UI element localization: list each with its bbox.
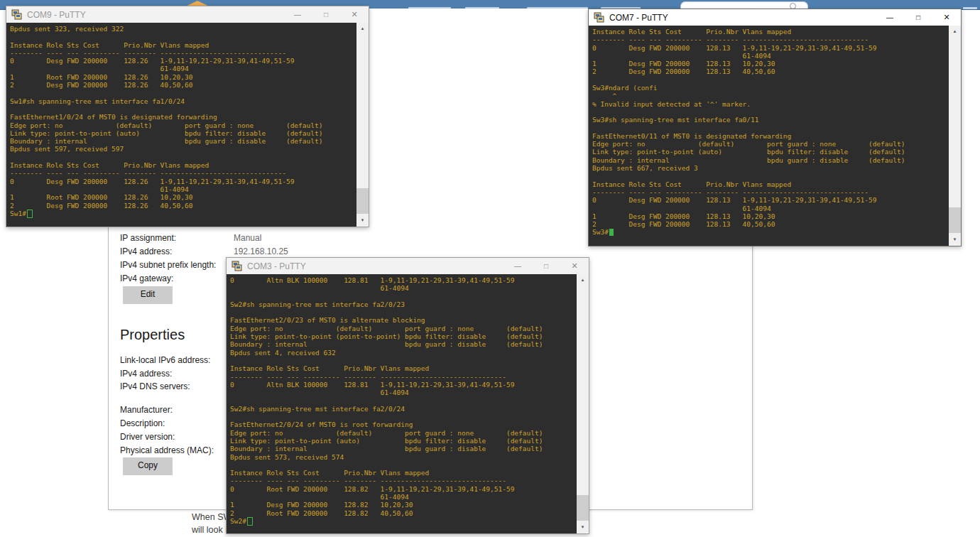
- scrollbar-thumb[interactable]: [356, 188, 369, 214]
- setting-row: Physical address (MAC): E: [120, 445, 214, 455]
- scrollbar-thumb[interactable]: [949, 207, 961, 233]
- close-button[interactable]: ✕: [932, 9, 961, 26]
- putty-window-com7: COM7 - PuTTY — □ ✕ Instance Role Sts Cos…: [588, 9, 962, 246]
- setting-row: IPv4 address: 1: [120, 369, 172, 379]
- terminal-com7[interactable]: Instance Role Sts Cost Prio.Nbr Vlans ma…: [589, 26, 961, 246]
- putty-window-com9: COM9 - PuTTY — □ ✕ Bpdus sent 323, recei…: [6, 6, 369, 227]
- titlebar[interactable]: COM3 - PuTTY — □ ✕: [227, 258, 589, 274]
- putty-icon[interactable]: [11, 9, 22, 20]
- scrollbar[interactable]: ▲ ▼: [577, 274, 589, 533]
- setting-label: IP assignment:: [120, 233, 176, 243]
- scrollbar[interactable]: ▲ ▼: [356, 23, 369, 227]
- minimize-button[interactable]: —: [283, 6, 312, 23]
- terminal-cursor: [27, 210, 33, 218]
- terminal-com9[interactable]: Bpdus sent 323, received 322 Instance Ro…: [6, 23, 369, 227]
- setting-label: Link-local IPv6 address:: [120, 355, 210, 365]
- setting-label: IPv4 gateway:: [120, 273, 173, 283]
- scrollbar-thumb[interactable]: [577, 495, 589, 521]
- scroll-up-icon[interactable]: ▲: [356, 23, 369, 35]
- setting-row: Description: R: [120, 418, 165, 428]
- setting-value: 192.168.10.25: [234, 246, 288, 256]
- close-button[interactable]: ✕: [560, 258, 589, 274]
- setting-label: Description:: [120, 418, 165, 428]
- maximize-button[interactable]: □: [532, 258, 560, 274]
- setting-label: IPv4 address:: [120, 246, 172, 256]
- terminal-output: 0 Altn BLK 100000 128.81 1-9,11-19,21-29…: [230, 276, 576, 517]
- titlebar[interactable]: COM9 - PuTTY — □ ✕: [6, 6, 369, 23]
- setting-row: IPv4 subnet prefix length: 2: [120, 260, 216, 270]
- setting-label: IPv4 address:: [120, 369, 172, 379]
- minimize-button[interactable]: —: [503, 258, 532, 274]
- setting-row: Manufacturer: R: [120, 405, 173, 415]
- properties-heading: Properties: [120, 327, 185, 343]
- terminal-com3[interactable]: 0 Altn BLK 100000 128.81 1-9,11-19,21-29…: [227, 274, 589, 533]
- setting-row: Link-local IPv6 address: f: [120, 355, 210, 365]
- scroll-up-icon[interactable]: ▲: [949, 26, 961, 38]
- setting-row: IPv4 gateway: 1: [120, 273, 173, 283]
- putty-icon[interactable]: [594, 12, 604, 23]
- setting-label: IPv4 subnet prefix length:: [120, 260, 216, 270]
- putty-window-com3: COM3 - PuTTY — □ ✕ 0 Altn BLK 100000 128…: [226, 257, 589, 534]
- scroll-up-icon[interactable]: ▲: [577, 274, 589, 286]
- scroll-down-icon[interactable]: ▼: [949, 234, 961, 246]
- scroll-down-icon[interactable]: ▼: [577, 521, 589, 533]
- terminal-output: Instance Role Sts Cost Prio.Nbr Vlans ma…: [592, 28, 948, 228]
- terminal-prompt: Sw1#: [10, 210, 26, 217]
- setting-label: IPv4 DNS servers:: [120, 381, 190, 391]
- terminal-output: Bpdus sent 323, received 322 Instance Ro…: [10, 25, 356, 210]
- edit-button[interactable]: Edit: [123, 286, 173, 304]
- minimize-button[interactable]: —: [876, 9, 904, 26]
- scrollbar[interactable]: ▲ ▼: [949, 26, 961, 246]
- setting-label: Manufacturer:: [120, 405, 173, 415]
- terminal-prompt: Sw2#: [230, 517, 246, 525]
- setting-label: Driver version:: [120, 432, 175, 442]
- setting-row: IPv4 address: 192.168.10.25: [120, 246, 172, 256]
- titlebar[interactable]: COM7 - PuTTY — □ ✕: [589, 9, 961, 26]
- maximize-button[interactable]: □: [312, 6, 340, 23]
- copy-button[interactable]: Copy: [123, 457, 173, 475]
- setting-row: IP assignment: Manual: [120, 233, 176, 243]
- terminal-cursor: [247, 517, 253, 526]
- window-title: COM7 - PuTTY: [609, 13, 668, 23]
- maximize-button[interactable]: □: [904, 9, 932, 26]
- setting-label: Physical address (MAC):: [120, 445, 214, 455]
- terminal-cursor: [609, 229, 614, 236]
- setting-row: IPv4 DNS servers: 8: [120, 381, 190, 391]
- setting-value: Manual: [234, 233, 261, 243]
- window-title: COM9 - PuTTY: [27, 10, 86, 20]
- putty-icon[interactable]: [232, 261, 242, 271]
- scroll-down-icon[interactable]: ▼: [356, 215, 369, 227]
- window-title: COM3 - PuTTY: [247, 261, 306, 271]
- close-button[interactable]: ✕: [340, 6, 369, 23]
- terminal-prompt: Sw3#: [592, 228, 609, 236]
- setting-row: Driver version: 1: [120, 432, 175, 442]
- cutoff-menu-text: [963, 7, 977, 9]
